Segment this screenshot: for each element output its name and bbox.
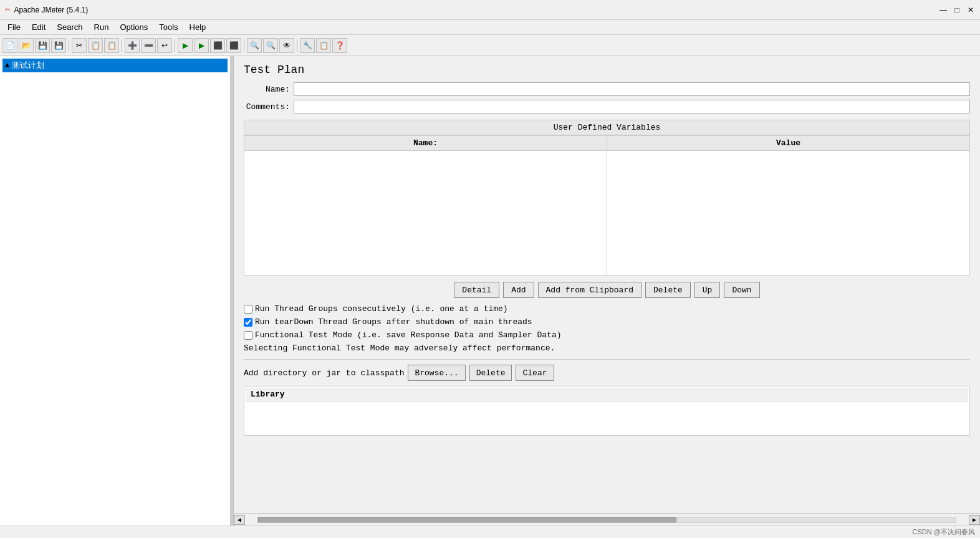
classpath-label: Add directory or jar to classpath: [244, 368, 404, 378]
maximize-button[interactable]: □: [953, 6, 961, 14]
checkbox3-label: Functional Test Mode (i.e. save Response…: [255, 330, 561, 340]
udv-empty-value: [607, 151, 970, 276]
udv-section: User Defined Variables Name: Value: [244, 120, 970, 276]
menu-search[interactable]: Search: [52, 21, 87, 33]
menu-run[interactable]: Run: [89, 21, 114, 33]
titlebar-left: ✂ Apache JMeter (5.4.1): [5, 4, 88, 15]
toolbar-cut[interactable]: ✂: [72, 38, 87, 53]
footer: CSDN @不决问春风: [0, 526, 980, 538]
toolbar-search[interactable]: 🔍: [247, 38, 262, 53]
right-panel: Test Plan Name: Comments: User Defined V…: [234, 56, 980, 526]
checkbox2-label: Run tearDown Thread Groups after shutdow…: [255, 317, 532, 327]
toolbar-sep-4: [244, 39, 244, 52]
close-button[interactable]: ✕: [966, 6, 975, 14]
toolbar-save[interactable]: 💾: [35, 38, 50, 53]
toolbar-sep-1: [69, 39, 69, 52]
toolbar-remove[interactable]: ➖: [141, 38, 156, 53]
action-buttons-row: Detail Add Add from Clipboard Delete Up …: [244, 282, 970, 298]
scrollbar-thumb[interactable]: [258, 517, 676, 522]
col-value: Value: [607, 136, 970, 151]
tree-item-icon: ▲: [5, 61, 9, 70]
udv-empty-cell: [244, 151, 607, 276]
down-button[interactable]: Down: [724, 282, 759, 298]
delete2-button[interactable]: Delete: [469, 365, 512, 381]
app-title: Apache JMeter (5.4.1): [14, 6, 88, 14]
scroll-right-arrow[interactable]: ▶: [969, 515, 980, 525]
menu-tools[interactable]: Tools: [154, 21, 183, 33]
checkbox2-row: Run tearDown Thread Groups after shutdow…: [244, 317, 970, 327]
clear-button[interactable]: Clear: [516, 365, 554, 381]
toolbar-stop-all[interactable]: ⬛: [226, 38, 241, 53]
tree-item-label: 测试计划: [12, 60, 44, 71]
titlebar: ✂ Apache JMeter (5.4.1) — □ ✕: [0, 0, 980, 20]
browse-button[interactable]: Browse...: [408, 365, 465, 381]
library-col: Library: [246, 388, 968, 401]
toolbar-settings[interactable]: 🔧: [300, 38, 315, 53]
toolbar-run[interactable]: ▶: [178, 38, 193, 53]
name-input[interactable]: [294, 82, 970, 96]
app-icon: ✂: [5, 4, 10, 15]
scroll-left-arrow[interactable]: ◀: [234, 515, 245, 525]
toolbar: 📄 📂 💾 💾 ✂ 📋 📋 ➕ ➖ ↩ ▶ ▶ ⬛ ⬛ 🔍 🔍 👁 🔧 📋 ❓: [0, 35, 980, 56]
library-table: Library: [244, 386, 970, 436]
toolbar-sep-3: [175, 39, 175, 52]
classpath-row: Add directory or jar to classpath Browse…: [244, 359, 970, 381]
toolbar-undo[interactable]: ↩: [157, 38, 172, 53]
minimize-button[interactable]: —: [939, 6, 948, 14]
scrollbar-area: ◀ ▶: [234, 513, 980, 526]
toolbar-run-thread[interactable]: ▶: [194, 38, 209, 53]
tree-item-test-plan[interactable]: ▲ 测试计划: [2, 59, 228, 72]
checkboxes-section: Run Thread Groups consecutively (i.e. on…: [244, 304, 970, 353]
name-row: Name:: [244, 82, 970, 96]
toolbar-save-as[interactable]: 💾: [51, 38, 66, 53]
menu-file[interactable]: File: [2, 21, 26, 33]
add-button[interactable]: Add: [503, 282, 534, 298]
content-area: Test Plan Name: Comments: User Defined V…: [234, 56, 980, 513]
library-tbody: [246, 403, 968, 434]
checkbox2[interactable]: [244, 318, 252, 327]
scrollbar-track[interactable]: [257, 517, 956, 523]
col-name: Name:: [244, 136, 607, 151]
panel-title: Test Plan: [244, 64, 970, 76]
delete-button[interactable]: Delete: [645, 282, 691, 298]
toolbar-clipboard[interactable]: 📋: [316, 38, 331, 53]
comments-label: Comments:: [244, 102, 294, 112]
menu-options[interactable]: Options: [115, 21, 153, 33]
udv-title: User Defined Variables: [244, 120, 970, 135]
toolbar-search2[interactable]: 🔍: [263, 38, 278, 53]
add-from-clipboard-button[interactable]: Add from Clipboard: [538, 282, 641, 298]
toolbar-new[interactable]: 📄: [2, 38, 17, 53]
toolbar-add[interactable]: ➕: [125, 38, 140, 53]
comments-row: Comments:: [244, 100, 970, 113]
udv-table: Name: Value: [244, 135, 970, 276]
info-text: Selecting Functional Test Mode may adver…: [244, 343, 970, 353]
left-panel: ▲ 测试计划: [0, 56, 231, 526]
name-label: Name:: [244, 85, 294, 94]
checkbox1-row: Run Thread Groups consecutively (i.e. on…: [244, 304, 970, 314]
checkbox3-row: Functional Test Mode (i.e. save Response…: [244, 330, 970, 340]
checkbox1-label: Run Thread Groups consecutively (i.e. on…: [255, 304, 508, 314]
toolbar-eye[interactable]: 👁: [279, 38, 294, 53]
udv-tbody: [244, 151, 970, 276]
toolbar-sep-2: [122, 39, 122, 52]
toolbar-sep-5: [297, 39, 297, 52]
toolbar-stop[interactable]: ⬛: [210, 38, 225, 53]
up-button[interactable]: Up: [694, 282, 721, 298]
toolbar-copy[interactable]: 📋: [88, 38, 103, 53]
menubar: File Edit Search Run Options Tools Help: [0, 20, 980, 35]
titlebar-controls: — □ ✕: [939, 6, 975, 14]
menu-edit[interactable]: Edit: [27, 21, 50, 33]
library-empty-cell: [246, 403, 968, 434]
comments-input[interactable]: [294, 100, 970, 113]
main-layout: ▲ 测试计划 Test Plan Name: Comments: User De…: [0, 56, 980, 526]
checkbox3[interactable]: [244, 331, 252, 340]
checkbox1[interactable]: [244, 305, 252, 314]
menu-help[interactable]: Help: [185, 21, 211, 33]
toolbar-open[interactable]: 📂: [19, 38, 34, 53]
toolbar-paste[interactable]: 📋: [104, 38, 119, 53]
toolbar-help[interactable]: ❓: [332, 38, 347, 53]
detail-button[interactable]: Detail: [454, 282, 499, 298]
footer-credit: CSDN @不决问春风: [913, 527, 975, 537]
